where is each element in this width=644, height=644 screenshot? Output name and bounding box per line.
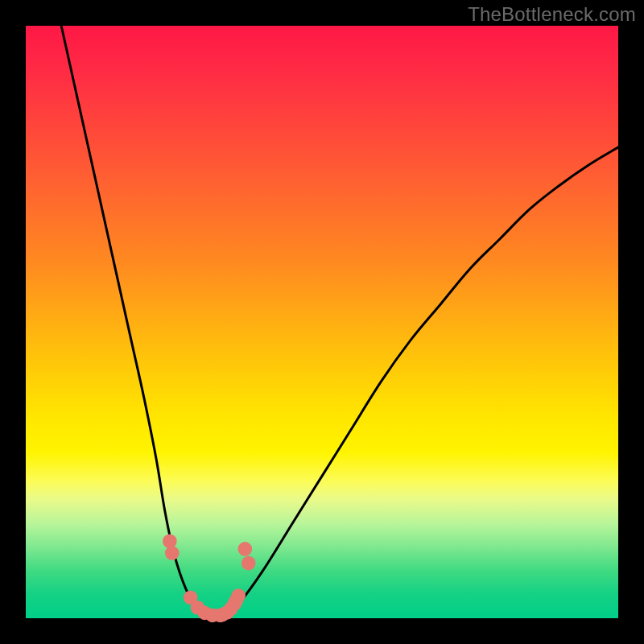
curve-marker <box>231 588 246 603</box>
curve-marker <box>163 534 177 548</box>
plot-area <box>26 26 618 618</box>
curve-markers <box>163 534 256 622</box>
curve-marker <box>242 556 256 571</box>
curve-marker <box>165 546 180 560</box>
bottleneck-curve <box>61 26 618 616</box>
curve-marker <box>237 542 252 556</box>
chart-frame: TheBottleneck.com <box>0 0 644 644</box>
curve-layer <box>26 26 618 618</box>
watermark-text: TheBottleneck.com <box>468 3 636 26</box>
